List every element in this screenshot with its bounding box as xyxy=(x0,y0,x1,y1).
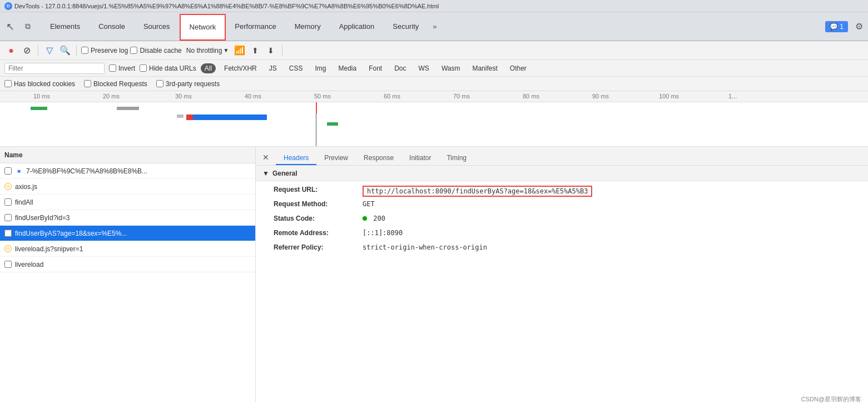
tab-console[interactable]: Console xyxy=(90,12,135,41)
filter-type-doc[interactable]: Doc xyxy=(390,63,410,73)
list-item-3[interactable]: findAll xyxy=(0,195,255,210)
close-button[interactable]: ✕ xyxy=(260,152,271,163)
section-triangle: ▼ xyxy=(262,170,269,177)
invert-checkbox[interactable] xyxy=(109,64,116,72)
settings-icon[interactable]: ⚙ xyxy=(852,20,866,33)
has-blocked-cookies-checkbox[interactable] xyxy=(4,80,12,87)
download-icon[interactable]: ⬇ xyxy=(264,44,277,57)
filter-type-js[interactable]: JS xyxy=(265,63,281,73)
filter-type-media[interactable]: Media xyxy=(334,63,360,73)
more-tabs-button[interactable]: » xyxy=(428,22,441,31)
detail-referrer-policy-row: Referrer Policy: strict-origin-when-cros… xyxy=(274,243,861,255)
blocked-requests-label[interactable]: Blocked Requests xyxy=(84,80,147,88)
filter-bar: Invert Hide data URLs All Fetch/XHR JS C… xyxy=(0,60,868,77)
request-url-value: http://localhost:8090/findUserByAS?age=1… xyxy=(363,186,592,197)
tab-security[interactable]: Security xyxy=(384,12,428,41)
toolbar-divider-3 xyxy=(282,45,282,56)
throttling-dropdown[interactable]: No throttling ▼ xyxy=(184,46,231,56)
record-button[interactable]: ● xyxy=(4,44,18,57)
list-item-7[interactable]: livereload xyxy=(0,257,255,272)
filter-type-xhr[interactable]: Fetch/XHR xyxy=(220,63,261,73)
title-bar: D DevTools - 127.0.0.1:8848/vuejs/1.%E5%… xyxy=(0,0,868,12)
notification-button[interactable]: 💬 1 xyxy=(825,21,848,32)
filter-input[interactable] xyxy=(4,63,105,74)
toolbar-divider-1 xyxy=(38,45,38,56)
tab-memory[interactable]: Memory xyxy=(286,12,330,41)
tab-response[interactable]: Response xyxy=(356,152,401,165)
filter-type-css[interactable]: CSS xyxy=(285,63,307,73)
filter-type-font[interactable]: Font xyxy=(365,63,386,73)
tab-sources[interactable]: Sources xyxy=(135,12,180,41)
list-item-checkbox-5[interactable] xyxy=(4,230,12,237)
filter-type-other[interactable]: Other xyxy=(506,63,530,73)
tab-elements[interactable]: Elements xyxy=(41,12,90,41)
checkbox-row: Has blocked cookies Blocked Requests 3rd… xyxy=(0,77,868,91)
list-item-text-1: 7-%E8%BF%9C%E7%A8%8B%E8%B... xyxy=(26,167,147,175)
network-toolbar: ● ⊘ ▽ 🔍 Preserve log Disable cache No th… xyxy=(0,41,868,60)
timeline-cursor-top xyxy=(316,102,317,113)
ruler-mark-10: 10 ms xyxy=(33,93,50,99)
disable-cache-label[interactable]: Disable cache xyxy=(130,47,181,54)
title-bar-text: DevTools - 127.0.0.1:8848/vuejs/1.%E5%85… xyxy=(14,3,439,9)
list-item-text-3: findAll xyxy=(15,198,33,206)
tab-bar-right: 💬 1 ⚙ xyxy=(825,20,866,33)
list-item-4[interactable]: findUserById?id=3 xyxy=(0,210,255,226)
ruler-mark-30: 30 ms xyxy=(175,93,192,99)
filter-type-ws[interactable]: WS xyxy=(415,63,433,73)
filter-type-wasm[interactable]: Wasm xyxy=(438,63,464,73)
filter-type-manifest[interactable]: Manifest xyxy=(468,63,501,73)
dock-icon[interactable]: ⧉ xyxy=(20,19,36,34)
disable-cache-checkbox[interactable] xyxy=(130,47,137,54)
list-item-1[interactable]: ■ 7-%E8%BF%9C%E7%A8%8B%E8%B... xyxy=(0,163,255,179)
tab-initiator[interactable]: Initiator xyxy=(401,152,439,165)
wifi-icon[interactable]: 📶 xyxy=(233,44,246,57)
stop-button[interactable]: ⊘ xyxy=(20,44,33,57)
tab-performance[interactable]: Performance xyxy=(226,12,285,41)
list-item-5[interactable]: findUserByAS?age=18&sex=%E5%... xyxy=(0,226,255,241)
invert-label[interactable]: Invert xyxy=(109,64,135,72)
tab-preview[interactable]: Preview xyxy=(316,152,356,165)
ruler-mark-100: 100 ms xyxy=(659,93,679,99)
tab-headers[interactable]: Headers xyxy=(276,152,316,165)
left-panel-header: Name xyxy=(0,147,255,163)
ruler-mark-more: 1... xyxy=(728,93,737,99)
has-blocked-cookies-label[interactable]: Has blocked cookies xyxy=(4,80,75,88)
detail-request-url-row: Request URL: http://localhost:8090/findU… xyxy=(274,186,861,197)
preserve-log-checkbox[interactable] xyxy=(81,47,88,54)
search-icon[interactable]: 🔍 xyxy=(58,44,72,57)
list-item-6[interactable]: ⊙ livereload.js?snipver=1 xyxy=(0,241,255,257)
list-item-2[interactable]: ⊙ axios.js xyxy=(0,179,255,195)
ruler-mark-80: 80 ms xyxy=(523,93,539,99)
list-item-checkbox-1[interactable] xyxy=(4,167,12,175)
list-item-text-5: findUserByAS?age=18&sex=%E5%... xyxy=(15,230,127,237)
ruler-mark-20: 20 ms xyxy=(103,93,120,99)
upload-icon[interactable]: ⬆ xyxy=(249,44,262,57)
cursor-icon[interactable]: ↖ xyxy=(2,19,18,34)
filter-type-all[interactable]: All xyxy=(201,63,216,73)
request-url-label: Request URL: xyxy=(274,186,363,193)
hide-data-urls-label[interactable]: Hide data URLs xyxy=(140,64,196,72)
list-item-checkbox-4[interactable] xyxy=(4,214,12,221)
ruler-mark-40: 40 ms xyxy=(245,93,261,99)
tab-network[interactable]: Network xyxy=(180,14,226,41)
filter-icon[interactable]: ▽ xyxy=(43,44,56,57)
general-section-header[interactable]: ▼ General xyxy=(256,166,868,181)
toolbar-divider-2 xyxy=(76,45,77,56)
third-party-requests-checkbox[interactable] xyxy=(156,80,163,87)
filter-type-img[interactable]: Img xyxy=(311,63,330,73)
timeline-bar-5 xyxy=(186,115,193,120)
request-method-value: GET xyxy=(363,200,375,208)
timeline-bar-2 xyxy=(117,107,139,110)
general-section-title: General xyxy=(272,170,297,177)
list-item-checkbox-3[interactable] xyxy=(4,198,12,206)
watermark: CSDN@星羽辉的博客 xyxy=(801,395,861,402)
blocked-requests-checkbox[interactable] xyxy=(84,80,91,87)
hide-data-urls-checkbox[interactable] xyxy=(140,64,147,72)
remote-address-label: Remote Address: xyxy=(274,229,363,237)
tab-bar: ↖ ⧉ Elements Console Sources Network Per… xyxy=(0,12,868,41)
tab-timing[interactable]: Timing xyxy=(439,152,474,165)
list-item-checkbox-7[interactable] xyxy=(4,261,12,268)
tab-application[interactable]: Application xyxy=(330,12,384,41)
third-party-requests-label[interactable]: 3rd-party requests xyxy=(156,80,220,88)
preserve-log-label[interactable]: Preserve log xyxy=(81,47,128,54)
